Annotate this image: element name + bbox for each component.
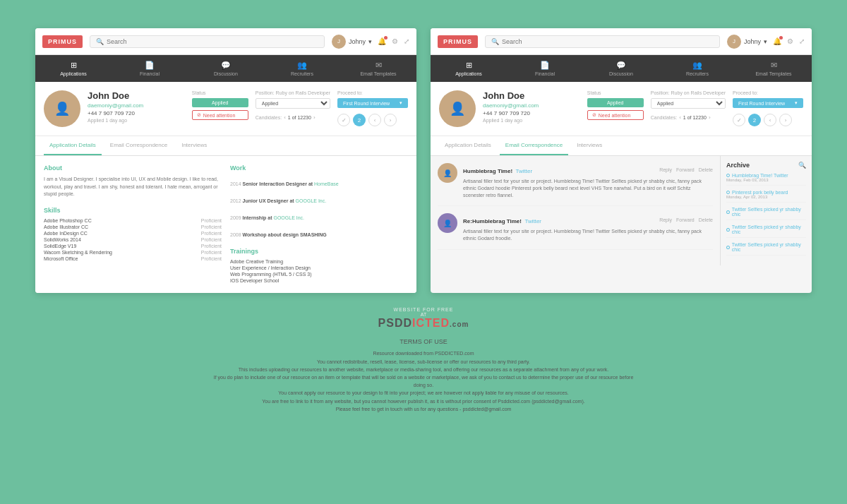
email-reply-btn-1[interactable]: Reply xyxy=(659,167,672,172)
panel2-nav-discussion[interactable]: 💬 Discussion xyxy=(583,55,659,82)
panel1-check-btn[interactable]: ✓ xyxy=(337,114,350,126)
panel2-tab-application-details[interactable]: Application Details xyxy=(439,136,497,155)
panel2-tab-email-correspondence[interactable]: Email Correspondence xyxy=(500,136,568,155)
panel1-prev-btn[interactable]: ‹ xyxy=(368,114,381,126)
panel2-nav-applications[interactable]: ⊞ Applications xyxy=(431,55,507,82)
panel2-settings-btn[interactable]: ⚙ xyxy=(787,37,793,45)
nav-item-email-templates[interactable]: ✉ Email Templates xyxy=(340,55,416,82)
panel2-username: Johny xyxy=(744,38,761,45)
panel2-search-box[interactable]: 🔍 xyxy=(485,35,720,48)
email-forward-btn-1[interactable]: Forward xyxy=(676,167,695,172)
panel2-nav-recruiters[interactable]: 👥 Recruiters xyxy=(659,55,735,82)
brand-part2: ICTED xyxy=(412,317,450,329)
panel2-status-badge: Applied xyxy=(587,98,644,107)
nav-item-financial[interactable]: 📄 Financial xyxy=(112,55,188,82)
notif-dot xyxy=(384,36,388,40)
panel1-search-box[interactable]: 🔍 xyxy=(90,35,325,48)
email-delete-btn-2[interactable]: Delete xyxy=(699,217,713,222)
panel1-proceed-col: Proceed to: First Round Interview ▾ ✓ 2 … xyxy=(337,90,408,127)
tab-application-details[interactable]: Application Details xyxy=(44,136,102,155)
panel1-next-btn[interactable]: › xyxy=(384,114,397,126)
panel2-cand-label: Candidates: xyxy=(651,115,677,120)
terms-line5: You cannot apply our resource to your de… xyxy=(212,389,635,397)
panel1-username: Johny xyxy=(349,38,366,45)
nav-item-discussion[interactable]: 💬 Discussion xyxy=(188,55,264,82)
nav-item-applications[interactable]: ⊞ Applications xyxy=(35,55,112,82)
panel1-cand-count: 1 of 12230 xyxy=(288,115,311,120)
nav-label-discussion: Discussion xyxy=(214,71,238,76)
skill-row: Wacom Sketching & Rendering Proficient xyxy=(44,250,222,255)
financial-icon: 📄 xyxy=(145,61,155,70)
terms-line3: This includes uploading our resources to… xyxy=(212,366,635,373)
email-avatar-1: 👤 xyxy=(438,163,457,183)
panel2-profile-email: daemoniy@gmail.com xyxy=(483,102,580,109)
panel2-nav-email-templates[interactable]: ✉ Email Templates xyxy=(735,55,812,82)
email-text-2: Artisanal filler text for your site or p… xyxy=(463,228,713,242)
website-label: WEBSITE FOR FREE xyxy=(378,307,469,312)
panel2-email-templates-icon: ✉ xyxy=(771,61,777,70)
panel1-settings-btn[interactable]: ⚙ xyxy=(392,37,398,45)
panel1-expand-btn[interactable]: ⤢ xyxy=(404,37,409,45)
panel2-check-btn[interactable]: ✓ xyxy=(733,114,745,126)
work-title: Work xyxy=(230,164,408,172)
panel2-cand-prev[interactable]: ‹ xyxy=(679,114,681,121)
nav-item-recruiters[interactable]: 👥 Recruiters xyxy=(264,55,340,82)
panel2-expand-btn[interactable]: ⤢ xyxy=(799,37,805,45)
archive-item-5: Twitter Selfies picked yr shabby chic xyxy=(726,242,806,256)
brand-part3: .com xyxy=(450,320,469,328)
panel2-position-select[interactable]: Applied xyxy=(651,98,726,109)
tab-interviews[interactable]: Interviews xyxy=(176,136,212,155)
training-item: Adobe Creative Training xyxy=(230,259,408,264)
tab-email-correspondence[interactable]: Email Correspondence xyxy=(104,136,173,155)
panel2-action-btns: ✓ 2 ‹ › xyxy=(733,114,803,126)
training-item: Web Programming (HTML 5 / CSS 3) xyxy=(230,272,408,277)
panel1-tabs: Application Details Email Correspondence… xyxy=(35,136,416,156)
panel2-profile-info: John Doe daemoniy@gmail.com +44 7 907 70… xyxy=(483,90,580,127)
panel1-proceed-btn[interactable]: First Round Interview ▾ xyxy=(337,98,408,108)
panel1-attention-badge: ⊘ Need attention xyxy=(192,110,248,120)
training-item: User Experience / Interaction Design xyxy=(230,265,408,270)
panel1-proceed-text: First Round Interview xyxy=(343,101,390,106)
work-item: 2012 Junior UX Designer at GOOGLE Inc. xyxy=(230,193,408,205)
panel2-search-input[interactable] xyxy=(502,38,714,45)
panel2-tab-interviews[interactable]: Interviews xyxy=(571,136,608,155)
watermark-section: WEBSITE FOR FREE AT PSDDICTED.com xyxy=(378,307,469,330)
email-text-1: Artisanal filler text for your site or p… xyxy=(463,178,713,198)
panel2-profile-name: John Doe xyxy=(483,90,580,101)
email-delete-btn-1[interactable]: Delete xyxy=(699,167,713,172)
brand-part1: PSDD xyxy=(378,317,412,329)
recruiters-icon: 👥 xyxy=(297,61,307,70)
email-reply-btn-2[interactable]: Reply xyxy=(659,217,672,222)
work-year: 2014 xyxy=(230,181,243,186)
skill-name: SolidWorks 2014 xyxy=(44,237,81,242)
panel1-position-select[interactable]: Applied xyxy=(256,98,330,109)
panel2-notification-btn[interactable]: 🔔 xyxy=(773,37,781,45)
archive-search-icon[interactable]: 🔍 xyxy=(798,162,806,169)
panel2-nav-label-discussion: Discussion xyxy=(609,71,633,76)
panel2-proceed-btn[interactable]: First Round Interview ▾ xyxy=(733,98,803,108)
archive-item-title-4[interactable]: Twitter Selfies picked yr shabby chic xyxy=(732,224,806,234)
panel1-cand-prev[interactable]: ‹ xyxy=(284,114,286,121)
panel2-next-btn[interactable]: › xyxy=(779,114,792,126)
archive-item-title-3[interactable]: Twitter Selfies picked yr shabby chic xyxy=(732,207,806,217)
panel1-profile-phone: +44 7 907 709 720 xyxy=(88,110,185,116)
work-item: 2014 Senior Interaction Designer at Home… xyxy=(230,176,408,188)
panel1-action-btns: ✓ 2 ‹ › xyxy=(337,114,408,126)
nav-label-applications: Applications xyxy=(60,71,87,76)
archive-item-1: Humblebrag Time! Twitter Monday, Feb 03,… xyxy=(726,173,806,186)
panel2-proceed-label: Proceed to: xyxy=(733,90,803,95)
email-forward-btn-2[interactable]: Forward xyxy=(676,217,695,222)
panel2-nav-financial[interactable]: 📄 Financial xyxy=(507,55,583,82)
panel2-prev-btn[interactable]: ‹ xyxy=(764,114,776,126)
archive-item-date-2: Monday, Apr 02, 2013 xyxy=(726,195,806,199)
skills-title: Skills xyxy=(44,207,222,214)
panel2-cand-next[interactable]: › xyxy=(709,114,711,121)
archive-item-title-1[interactable]: Humblebrag Time! Twitter xyxy=(732,173,788,178)
archive-item-title-5[interactable]: Twitter Selfies picked yr shabby chic xyxy=(732,242,806,252)
panel1-notification-btn[interactable]: 🔔 xyxy=(378,37,386,45)
panel1-search-input[interactable] xyxy=(107,38,318,45)
panel1-cand-next[interactable]: › xyxy=(313,114,316,121)
skill-name: Adobe Photoshop CC xyxy=(44,218,92,223)
archive-title: Archive 🔍 xyxy=(726,162,806,169)
archive-item-title-2[interactable]: Pinterest pork belly beard xyxy=(732,190,788,195)
